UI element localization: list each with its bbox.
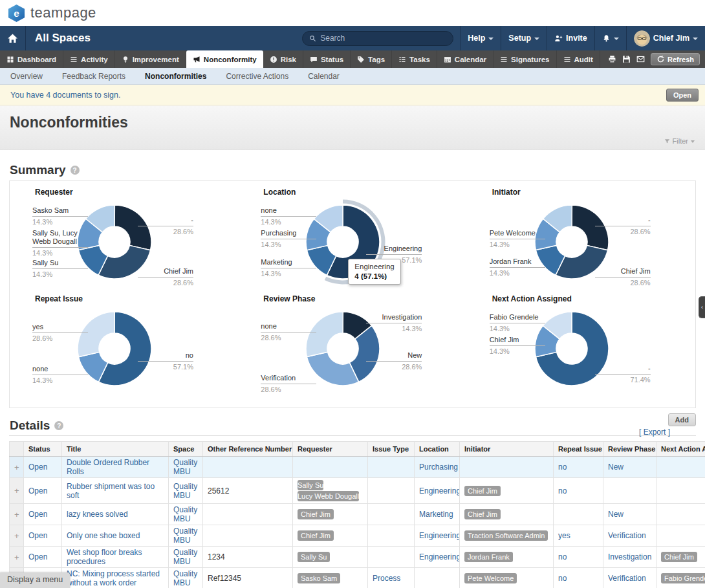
setup-menu[interactable]: Setup xyxy=(501,26,547,50)
link-location[interactable]: Engineering xyxy=(419,486,460,495)
user-badge[interactable]: Pete Welcome xyxy=(464,573,517,583)
invite-button[interactable]: Invite xyxy=(547,26,594,50)
tab-improvement[interactable]: Improvement xyxy=(115,50,186,68)
column-header-issue_type[interactable]: Issue Type xyxy=(368,442,415,457)
tab-status[interactable]: Status xyxy=(303,50,351,68)
user-badge[interactable]: Jordan Frank xyxy=(464,552,513,562)
link-phase[interactable]: Investigation xyxy=(608,552,651,561)
link-status[interactable]: Open xyxy=(28,463,47,472)
search-box[interactable] xyxy=(302,31,453,46)
subnav-item-corrective-actions[interactable]: Corrective Actions xyxy=(226,72,288,81)
user-badge[interactable]: Chief Jim xyxy=(298,530,334,541)
link-space[interactable]: Quality MBU xyxy=(173,548,197,566)
link-space[interactable]: Quality MBU xyxy=(173,569,197,587)
expand-row-button[interactable]: + xyxy=(10,478,24,504)
column-header-initiator[interactable]: Initiator xyxy=(460,442,554,457)
expand-row-button[interactable]: + xyxy=(10,547,24,568)
tab-signatures[interactable]: Signatures xyxy=(494,50,556,68)
user-badge[interactable]: Chief Jim xyxy=(464,509,501,519)
link-status[interactable]: Open xyxy=(28,486,47,495)
notifications-menu[interactable] xyxy=(594,26,626,50)
column-header-next_action[interactable]: Next Action Assigned xyxy=(656,442,705,457)
link-title[interactable]: Double Ordered Rubber Rolls xyxy=(67,458,149,476)
sidebar-flyout-handle[interactable]: ‹ xyxy=(699,296,705,318)
help-icon[interactable]: ? xyxy=(70,166,80,175)
link-location[interactable]: Engineering xyxy=(419,531,460,540)
subnav-item-feedback-reports[interactable]: Feedback Reports xyxy=(62,72,125,81)
user-badge[interactable]: Sally Su xyxy=(298,552,330,562)
link-phase[interactable]: New xyxy=(608,510,624,519)
link-repeat[interactable]: no xyxy=(558,463,567,472)
link-location[interactable]: Marketing xyxy=(419,510,453,519)
column-header-expand[interactable] xyxy=(10,442,24,457)
link-phase[interactable]: Verification xyxy=(608,574,646,583)
link-status[interactable]: Open xyxy=(28,531,47,540)
add-button[interactable]: Add xyxy=(668,413,696,426)
svg-text:e: e xyxy=(14,7,19,18)
tab-audit[interactable]: Audit xyxy=(557,50,600,68)
link-status[interactable]: Open xyxy=(28,510,47,519)
link-title[interactable]: NC: Mixing process started without a wor… xyxy=(67,569,160,587)
email-icon[interactable] xyxy=(636,55,645,63)
link-location[interactable]: Purchasing xyxy=(419,463,458,472)
home-button[interactable] xyxy=(0,26,26,50)
user-badge[interactable]: Fabio Grendele xyxy=(661,573,705,583)
open-documents-button[interactable]: Open xyxy=(666,89,699,102)
expand-row-button[interactable]: + xyxy=(10,457,24,478)
link-location[interactable]: Engineering xyxy=(419,552,460,561)
subnav-item-calendar[interactable]: Calendar xyxy=(308,72,340,81)
save-icon[interactable] xyxy=(622,55,631,63)
column-header-location[interactable]: Location xyxy=(415,442,460,457)
link-title[interactable]: Rubber shipment was too soft xyxy=(67,482,155,500)
link-issue_type[interactable]: Process xyxy=(373,574,400,583)
column-header-repeat[interactable]: Repeat Issue xyxy=(554,442,603,457)
column-header-ref[interactable]: Other Reference Number xyxy=(203,442,293,457)
tab-calendar[interactable]: Calendar xyxy=(437,50,494,68)
filter-control[interactable]: Filter xyxy=(664,137,695,145)
tab-nonconformity[interactable]: Nonconformity xyxy=(186,50,263,68)
help-menu[interactable]: Help xyxy=(460,26,501,50)
link-space[interactable]: Quality MBU xyxy=(173,527,197,545)
user-badge[interactable]: Chief Jim xyxy=(464,486,501,496)
link-repeat[interactable]: no xyxy=(558,486,567,495)
tab-activity[interactable]: Activity xyxy=(63,50,115,68)
column-header-phase[interactable]: Review Phase xyxy=(603,442,656,457)
link-title[interactable]: lazy knees solved xyxy=(67,510,128,519)
tab-dashboard[interactable]: Dashboard xyxy=(0,50,63,68)
link-repeat[interactable]: no xyxy=(558,552,567,561)
tab-tasks[interactable]: Tasks xyxy=(392,50,437,68)
expand-row-button[interactable]: + xyxy=(10,504,24,525)
link-space[interactable]: Quality MBU xyxy=(173,458,197,476)
user-badge[interactable]: Chief Jim xyxy=(298,509,334,519)
user-badge[interactable]: Sasko Sam xyxy=(298,573,340,583)
export-link[interactable]: [ Export ] xyxy=(639,428,670,437)
link-status[interactable]: Open xyxy=(28,552,47,561)
tab-risk[interactable]: Risk xyxy=(263,50,303,68)
link-phase[interactable]: Verification xyxy=(608,531,646,540)
subnav-item-nonconformities[interactable]: Nonconformities xyxy=(145,72,206,81)
user-badge[interactable]: Sally Su xyxy=(298,480,323,490)
link-space[interactable]: Quality MBU xyxy=(173,505,197,523)
link-title[interactable]: Only one shoe boxed xyxy=(67,531,140,540)
link-repeat[interactable]: no xyxy=(558,574,567,583)
link-title[interactable]: Wet shop floor breaks procedures xyxy=(67,548,142,566)
user-badge[interactable]: Traction Software Admin xyxy=(464,530,548,541)
expand-row-button[interactable]: + xyxy=(10,525,24,547)
column-header-space[interactable]: Space xyxy=(169,442,203,457)
user-menu[interactable]: Chief Jim xyxy=(626,26,705,50)
user-badge[interactable]: Chief Jim xyxy=(661,552,697,562)
subnav-item-overview[interactable]: Overview xyxy=(10,72,43,81)
column-header-requester[interactable]: Requester xyxy=(293,442,368,457)
search-input[interactable] xyxy=(320,34,437,43)
help-icon[interactable]: ? xyxy=(54,421,63,430)
print-icon[interactable] xyxy=(608,55,616,63)
user-badge[interactable]: Lucy Webb Dougall xyxy=(298,491,359,501)
table-row: +OpenNC: Mixing process started without … xyxy=(10,568,705,588)
column-header-title[interactable]: Title xyxy=(62,442,169,457)
refresh-button[interactable]: Refresh xyxy=(651,53,700,65)
link-repeat[interactable]: yes xyxy=(558,531,570,540)
column-header-status[interactable]: Status xyxy=(24,442,62,457)
tab-tags[interactable]: Tags xyxy=(351,50,392,68)
link-phase[interactable]: New xyxy=(608,463,624,472)
link-space[interactable]: Quality MBU xyxy=(173,482,197,500)
